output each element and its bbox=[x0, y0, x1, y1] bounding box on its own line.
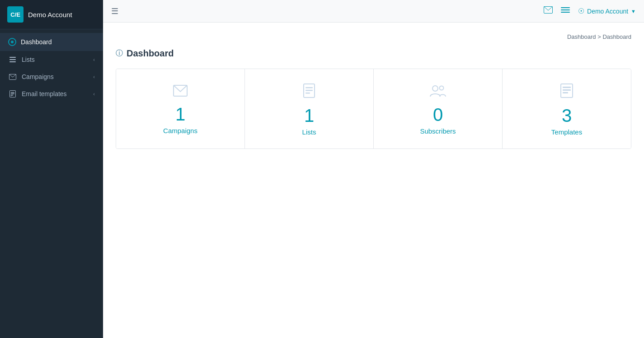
topnav: ☰ ☉ Demo Account ▼ bbox=[103, 0, 644, 23]
svg-point-19 bbox=[440, 86, 444, 90]
card-lists[interactable]: 1 Lists bbox=[245, 69, 374, 148]
breadcrumb-current: Dashboard bbox=[602, 33, 631, 40]
card-label-campaigns: Campaigns bbox=[163, 127, 197, 134]
user-icon: ☉ bbox=[578, 7, 584, 15]
sidebar-label-email-templates: Email templates bbox=[22, 90, 93, 97]
envelope-icon bbox=[8, 74, 17, 80]
svg-rect-16 bbox=[306, 90, 313, 91]
breadcrumb-separator: > bbox=[597, 33, 602, 40]
card-icon-lists bbox=[303, 83, 315, 101]
card-number-subscribers: 0 bbox=[433, 106, 443, 124]
lines-icon[interactable] bbox=[561, 6, 570, 16]
email-notify-icon[interactable] bbox=[544, 6, 553, 16]
topnav-right: ☉ Demo Account ▼ bbox=[544, 6, 636, 16]
content-area: Dashboard > Dashboard ⓘ Dashboard 1 Camp… bbox=[103, 23, 644, 338]
brand-name: Demo Account bbox=[28, 11, 72, 19]
svg-rect-12 bbox=[561, 12, 570, 13]
svg-point-18 bbox=[432, 86, 438, 91]
card-subscribers[interactable]: 0 Subscribers bbox=[374, 69, 503, 148]
svg-text:T: T bbox=[10, 94, 13, 97]
chevron-templates-icon: ‹ bbox=[93, 91, 95, 97]
card-number-lists: 1 bbox=[304, 106, 314, 125]
sidebar-label-campaigns: Campaigns bbox=[22, 73, 93, 80]
info-icon: ⓘ bbox=[116, 49, 123, 58]
svg-rect-23 bbox=[563, 92, 568, 93]
card-templates[interactable]: 3 Templates bbox=[503, 69, 631, 148]
card-icon-campaigns bbox=[173, 85, 188, 100]
card-icon-templates bbox=[560, 83, 573, 101]
card-number-templates: 3 bbox=[562, 106, 572, 125]
sidebar: C/E Demo Account Dashboard Lists ‹ bbox=[0, 0, 103, 338]
svg-rect-22 bbox=[563, 89, 571, 91]
sidebar-label-dashboard: Dashboard bbox=[21, 38, 95, 46]
svg-rect-11 bbox=[561, 9, 570, 10]
svg-rect-0 bbox=[9, 57, 16, 58]
card-campaigns[interactable]: 1 Campaigns bbox=[116, 69, 245, 148]
breadcrumb-parent[interactable]: Dashboard bbox=[567, 33, 596, 40]
main-area: ☰ ☉ Demo Account ▼ bbox=[103, 0, 644, 338]
user-name: Demo Account bbox=[587, 8, 628, 15]
svg-rect-17 bbox=[306, 93, 310, 94]
list-icon bbox=[8, 56, 17, 63]
svg-rect-15 bbox=[306, 87, 313, 88]
page-title: Dashboard bbox=[127, 48, 174, 59]
dashboard-icon bbox=[8, 38, 16, 46]
menu-toggle-icon[interactable]: ☰ bbox=[111, 6, 118, 16]
card-label-templates: Templates bbox=[551, 128, 582, 136]
sidebar-nav: Dashboard Lists ‹ Campaigns bbox=[0, 29, 103, 102]
sidebar-label-lists: Lists bbox=[22, 56, 93, 63]
card-number-campaigns: 1 bbox=[175, 105, 185, 123]
brand-logo: C/E bbox=[7, 6, 24, 23]
card-label-subscribers: Subscribers bbox=[420, 127, 456, 135]
chevron-campaigns-icon: ‹ bbox=[93, 74, 95, 79]
svg-rect-10 bbox=[561, 7, 570, 8]
sidebar-item-lists[interactable]: Lists ‹ bbox=[0, 51, 103, 68]
dashboard-cards: 1 Campaigns 1 Lists bbox=[116, 69, 631, 149]
sidebar-item-email-templates[interactable]: T Email templates ‹ bbox=[0, 85, 103, 102]
sidebar-item-dashboard[interactable]: Dashboard bbox=[0, 33, 103, 51]
svg-rect-21 bbox=[563, 87, 571, 88]
sidebar-item-campaigns[interactable]: Campaigns ‹ bbox=[0, 68, 103, 85]
svg-rect-2 bbox=[9, 61, 16, 62]
template-icon: T bbox=[8, 90, 17, 97]
card-label-lists: Lists bbox=[302, 128, 316, 136]
svg-rect-5 bbox=[11, 92, 14, 93]
svg-rect-1 bbox=[9, 59, 16, 60]
sidebar-brand: C/E Demo Account bbox=[0, 0, 103, 29]
user-dropdown-icon: ▼ bbox=[631, 9, 636, 14]
breadcrumb: Dashboard > Dashboard bbox=[116, 33, 631, 40]
page-header: ⓘ Dashboard bbox=[116, 48, 631, 59]
user-menu[interactable]: ☉ Demo Account ▼ bbox=[578, 7, 636, 15]
card-icon-subscribers bbox=[430, 84, 446, 100]
chevron-lists-icon: ‹ bbox=[93, 57, 95, 62]
